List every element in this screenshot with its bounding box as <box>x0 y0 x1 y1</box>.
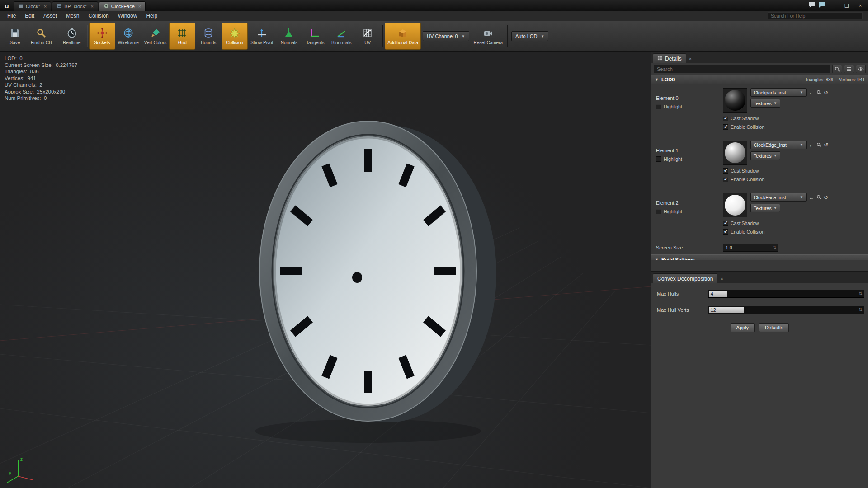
svg-text:z: z <box>20 457 23 462</box>
lod0-section-header[interactable]: ▼ LOD0 Triangles: 836 Vertices: 941 <box>651 75 868 84</box>
enable-collision-label: Enable Collision <box>731 177 764 182</box>
realtime-button[interactable]: Realtime <box>59 23 85 50</box>
message-icon[interactable] <box>809 1 816 9</box>
details-tab[interactable]: Details <box>653 53 686 63</box>
binormals-button[interactable]: Binormals <box>328 23 354 50</box>
normals-button[interactable]: Normals <box>276 23 302 50</box>
max-hulls-spinbox[interactable]: 4 ⇅ <box>708 290 864 298</box>
cast-shadow-checkbox[interactable] <box>723 221 728 226</box>
maximize-icon[interactable]: ❑ <box>841 1 852 9</box>
convex-tab[interactable]: Convex Decomposition <box>653 273 717 283</box>
spinner-icon[interactable]: ⇅ <box>859 307 863 312</box>
build-settings-header[interactable]: ▼ Build Settings <box>651 254 868 260</box>
list-view-icon[interactable] <box>844 65 854 73</box>
close-icon[interactable]: × <box>689 56 692 61</box>
uv-channel-dropdown[interactable]: UV Channel 0 ▼ <box>423 31 469 41</box>
close-icon[interactable]: × <box>720 276 723 282</box>
enable-collision-label: Enable Collision <box>731 229 764 235</box>
auto-lod-dropdown[interactable]: Auto LOD ▼ <box>511 31 548 41</box>
use-selected-arrow-icon[interactable]: ← <box>809 89 814 96</box>
eye-icon[interactable] <box>856 65 866 73</box>
tab-bp-clock[interactable]: BP_clock* × <box>52 1 98 11</box>
enable-collision-checkbox[interactable] <box>723 229 728 235</box>
reset-to-default-icon[interactable]: ↺ <box>824 142 828 148</box>
show-pivot-button[interactable]: Show Pivot <box>248 23 276 50</box>
cast-shadow-checkbox[interactable] <box>723 116 728 121</box>
wireframe-button[interactable]: Wireframe <box>115 23 142 50</box>
max-hull-verts-spinbox[interactable]: 12 ⇅ <box>708 306 864 314</box>
vert-colors-button[interactable]: Vert Colors <box>142 23 169 50</box>
auto-lod-label: Auto LOD <box>515 33 537 39</box>
highlight-checkbox[interactable] <box>656 156 661 162</box>
material-thumbnail[interactable] <box>723 88 747 113</box>
highlight-checkbox[interactable] <box>656 209 661 214</box>
close-icon[interactable]: × <box>138 4 141 9</box>
bounds-button[interactable]: Bounds <box>195 23 222 50</box>
collision-button[interactable]: Collision <box>222 23 248 50</box>
axis-gizmo: z y <box>7 457 33 483</box>
message-icon[interactable] <box>818 1 825 9</box>
material-name: ClockFace_inst <box>754 195 786 200</box>
reset-to-default-icon[interactable]: ↺ <box>824 89 828 96</box>
textures-dropdown[interactable]: Textures ▼ <box>750 204 780 212</box>
reset-camera-button[interactable]: Reset Camera <box>471 23 505 50</box>
sockets-label: Sockets <box>94 40 110 45</box>
find-in-cb-button[interactable]: Find in CB <box>28 23 55 50</box>
cast-shadow-checkbox[interactable] <box>723 168 728 174</box>
chevron-down-icon: ▼ <box>655 77 659 82</box>
sockets-button[interactable]: Sockets <box>89 23 115 50</box>
screen-size-input[interactable]: 1.0 ⇅ <box>723 244 778 252</box>
close-icon[interactable]: × <box>90 4 93 9</box>
save-button[interactable]: Save <box>2 23 28 50</box>
textures-dropdown[interactable]: Textures ▼ <box>750 151 780 160</box>
defaults-button[interactable]: Defaults <box>759 323 789 332</box>
minimize-icon[interactable]: – <box>828 1 839 9</box>
menu-collision[interactable]: Collision <box>84 13 113 19</box>
menu-file[interactable]: File <box>3 13 20 19</box>
uv-button[interactable]: UV <box>354 23 381 50</box>
tab-clock[interactable]: Clock* × <box>14 1 51 11</box>
menu-window[interactable]: Window <box>113 13 142 19</box>
material-thumbnail[interactable] <box>723 193 747 217</box>
additional-data-button[interactable]: Additional Data <box>385 23 421 50</box>
close-icon[interactable]: × <box>44 4 47 9</box>
use-selected-arrow-icon[interactable]: ← <box>809 194 814 201</box>
clockface-mesh-render: z y <box>0 52 651 488</box>
reset-to-default-icon[interactable]: ↺ <box>824 194 828 201</box>
use-selected-arrow-icon[interactable]: ← <box>809 142 814 148</box>
details-body: Element 0 Highlight <box>651 84 868 271</box>
max-hull-verts-label: Max Hull Verts <box>657 307 708 313</box>
material-dropdown[interactable]: ClockFace_inst ▼ <box>750 193 807 202</box>
element-0-row: Element 0 Highlight <box>651 84 868 137</box>
material-thumbnail[interactable] <box>723 141 747 165</box>
enable-collision-checkbox[interactable] <box>723 177 728 182</box>
find-in-browser-icon[interactable] <box>816 195 821 200</box>
help-search-input[interactable] <box>768 12 863 19</box>
find-in-browser-icon[interactable] <box>816 90 821 95</box>
close-window-icon[interactable]: × <box>855 1 866 9</box>
material-dropdown[interactable]: ClockEdge_inst ▼ <box>750 141 807 149</box>
wireframe-icon <box>123 27 134 39</box>
find-in-browser-icon[interactable] <box>816 142 821 147</box>
viewport-3d[interactable]: LOD: 0 Current Screen Size: 0.224767 Tri… <box>0 52 651 488</box>
tab-clockface[interactable]: ClockFace × <box>99 1 146 11</box>
menu-mesh[interactable]: Mesh <box>61 13 84 19</box>
textures-dropdown[interactable]: Textures ▼ <box>750 99 780 108</box>
enable-collision-checkbox[interactable] <box>723 124 728 130</box>
tangents-button[interactable]: Tangents <box>302 23 328 50</box>
apply-button[interactable]: Apply <box>731 323 755 332</box>
details-search-input[interactable] <box>654 65 830 73</box>
tab-asset-icon <box>57 3 62 9</box>
spinner-icon[interactable]: ⇅ <box>859 291 863 296</box>
menu-asset[interactable]: Asset <box>39 13 61 19</box>
lod0-title: LOD0 <box>661 77 675 82</box>
menu-edit[interactable]: Edit <box>20 13 39 19</box>
uv-label: UV <box>364 40 371 45</box>
highlight-checkbox[interactable] <box>656 104 661 109</box>
material-dropdown[interactable]: Clockparts_inst ▼ <box>750 88 807 97</box>
menu-help[interactable]: Help <box>142 13 162 19</box>
window-tab-bar: u Clock* × BP_clock* × ClockFace × – ❑ × <box>0 0 868 11</box>
spinner-icon[interactable]: ⇅ <box>773 245 776 250</box>
grid-button[interactable]: Grid <box>169 23 195 50</box>
search-icon[interactable] <box>832 65 842 73</box>
